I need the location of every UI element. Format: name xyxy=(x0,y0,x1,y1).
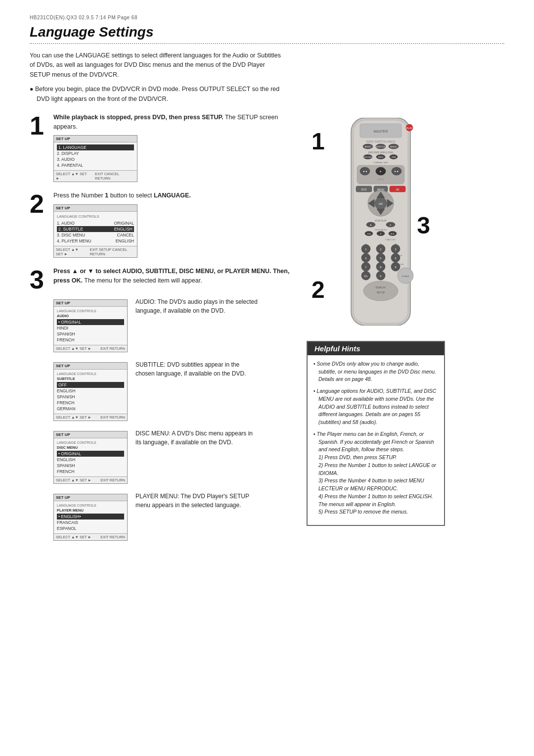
step-3-subtitle-row-5: GERMAN xyxy=(57,406,124,412)
step-3-discmenu-sub-subtitle: DISC MENU xyxy=(57,445,124,450)
svg-text:ON/A: ON/A xyxy=(392,156,396,158)
step-3-subtitle-footer-l: SELECT ▲▼ SET ► xyxy=(56,415,91,420)
step-3-block: 3 Press ▲ or ▼ to select AUDIO, SUBTITLE… xyxy=(30,267,297,544)
step-2-row-2-right: ENGLISH xyxy=(114,227,133,232)
left-column: 1 While playback is stopped, press DVD, … xyxy=(30,113,297,549)
helpful-hints-box: Helpful Hints Some DVDs only allow you t… xyxy=(307,341,445,526)
step-1-row-4: 4. PARENTAL xyxy=(57,162,134,168)
step-2-instruction-text: Press the Number 1 button to select LANG… xyxy=(53,192,191,199)
svg-text:DVD: DVD xyxy=(361,188,367,191)
svg-text:REW    PAUSE: REW PAUSE xyxy=(375,229,387,231)
step-3-instruction-normal: The menu for the selected item will appe… xyxy=(84,277,202,284)
step-3-discmenu-desc: DISC MENU: A DVD's Disc menu appears in … xyxy=(135,429,259,447)
svg-text:►: ► xyxy=(390,224,392,226)
step-3-audio-subtitle: LANGUAGE CONTROLS xyxy=(57,309,124,313)
hint-2-text: Language options for AUDIO, SUBTITLE, an… xyxy=(317,388,437,425)
step-3-audio-footer-r: EXIT RETURN xyxy=(100,346,125,351)
step-3-subtitle-screen: SET UP LANGUAGE CONTROLS SUBTITLE OFF EN… xyxy=(53,362,128,421)
remote-step-label-1: 1 xyxy=(312,128,325,155)
step-3-audio-desc: AUDIO: The DVD's audio plays in the sele… xyxy=(135,297,259,315)
step-2-row-3: 3. DISC MENU CANCEL xyxy=(57,232,134,238)
hint-3: The Player menu can be in English, Frenc… xyxy=(313,430,438,516)
remote-step-label-2: 2 xyxy=(312,276,325,303)
step-2-footer-right: EXIT SETUP CANCEL RETURN xyxy=(89,247,135,256)
step-3-discmenu-screen-body: LANGUAGE CONTROLS DISC MENU • ORIGINAL E… xyxy=(54,438,127,476)
step-3-playermenu-row-3: ESPANOL xyxy=(57,525,124,531)
step-1-instruction-bold: While playback is stopped, press DVD, th… xyxy=(53,114,223,121)
svg-text:►►: ►► xyxy=(391,233,395,235)
step-3-discmenu-row-3: SPANISH xyxy=(57,463,124,469)
step-3-discmenu-row-1: • ORIGINAL xyxy=(57,451,124,457)
hint-2: Language options for AUDIO, SUBTITLE, an… xyxy=(313,387,438,426)
step-1-footer-exit: EXIT CANCEL RETURN xyxy=(95,172,135,181)
page-container: HB231CD(EN).QX3 02.9.5 7:14 PM Page 68 L… xyxy=(0,0,534,756)
step-1-row-3: 3. AUDIO xyxy=(57,156,134,162)
svg-text:OK: OK xyxy=(379,202,383,205)
step-3-audio-row-1: • ORIGINAL xyxy=(57,319,124,325)
step-3-discmenu-footer: SELECT ▲▼ SET ► EXIT RETURN xyxy=(54,476,127,483)
step-3-discmenu-subtitle: LANGUAGE CONTROLS xyxy=(57,440,124,445)
step-2-instruction: Press the Number 1 button to select LANG… xyxy=(53,191,297,200)
step-3-content: Press ▲ or ▼ to select AUDIO, SUBTITLE, … xyxy=(53,267,297,289)
step-3-playermenu-row-2: FRANCAIS xyxy=(57,520,124,525)
step-3-subtitle-screen-title: SET UP xyxy=(54,363,127,370)
svg-text:WHILE: WHILE xyxy=(378,156,384,158)
svg-text:DISPLAY: DISPLAY xyxy=(376,286,386,289)
svg-text:10+: 10+ xyxy=(364,275,368,278)
step-3-playermenu-screen-title: SET UP xyxy=(54,494,127,501)
step-2-row-3-left: 3. DISC MENU xyxy=(57,233,85,237)
step-3-discmenu-screen-title: SET UP xyxy=(54,431,127,438)
step-1-screen-footer: SELECT ▲▼ SET ► EXIT CANCEL RETURN xyxy=(54,170,137,182)
step-2-row-2: 2. SUBTITLE ENGLISH xyxy=(57,226,134,232)
step-3-subtitle-subtitle: LANGUAGE CONTROLS xyxy=(57,372,124,376)
hint-3-text: The Player menu can be in English, Frenc… xyxy=(317,431,437,515)
svg-text:MASTER: MASTER xyxy=(373,130,388,133)
step-3-screens-row: SET UP LANGUAGE CONTROLS AUDIO • ORIGINA… xyxy=(53,297,297,544)
step-3-subtitle-screen-body: LANGUAGE CONTROLS SUBTITLE OFF ENGLISH S… xyxy=(54,370,127,414)
step-3-audio-screen-body: LANGUAGE CONTROLS AUDIO • ORIGINAL HINDI… xyxy=(54,307,127,345)
step-2-block: 2 Press the Number 1 button to select LA… xyxy=(30,191,297,258)
step-3-discmenu-row-4: FRENCH xyxy=(57,469,124,474)
step-3-audio-footer: SELECT ▲▼ SET ► EXIT RETURN xyxy=(54,345,127,352)
step-2-content: Press the Number 1 button to select LANG… xyxy=(53,191,297,258)
step-1-row-2: 2. DISPLAY xyxy=(57,150,134,156)
step-3-audio: SET UP LANGUAGE CONTROLS AUDIO • ORIGINA… xyxy=(53,297,297,352)
svg-text:PAUSE: PAUSE xyxy=(377,178,384,181)
step-1-content: While playback is stopped, press DVD, th… xyxy=(53,113,297,183)
step-2-screen: SET UP LANGUAGE CONTROLS 1. AUDIO ORIGIN… xyxy=(53,204,137,258)
step-3-audio-row-2: HINDI xyxy=(57,325,124,331)
page-title: Language Settings xyxy=(30,24,504,40)
step-1-row-1: 1. LANGUAGE xyxy=(57,144,134,150)
step-2-row-4-left: 4. PLAYER MENU xyxy=(57,238,91,243)
step-3-playermenu-row-1: • ENGLISH• xyxy=(57,514,124,520)
remote-container: 1 3 2 MASTER PLAY AUDIO SUBTITLE ANGLE xyxy=(307,118,435,327)
step-3-playermenu-screen: SET UP LANGUAGE CONTROLS PLAYER MENU • E… xyxy=(53,494,128,541)
svg-text:SETUP: SETUP xyxy=(377,291,385,294)
hint-1-text: Some DVDs only allow you to change audio… xyxy=(317,361,437,382)
step-1-block: 1 While playback is stopped, press DVD, … xyxy=(30,113,297,183)
step-3-discmenu-row-2: ENGLISH xyxy=(57,457,124,463)
remote-step-label-3: 3 xyxy=(417,212,430,239)
step-1-number: 1 xyxy=(30,113,47,139)
svg-text:◄◄: ◄◄ xyxy=(367,233,371,235)
svg-text:II: II xyxy=(380,233,381,235)
step-2-row-3-right: CANCEL xyxy=(117,233,134,237)
step-2-number: 2 xyxy=(30,191,47,217)
svg-text:STOP      PLAY: STOP PLAY xyxy=(375,220,387,222)
step-3-audio-footer-l: SELECT ▲▼ SET ► xyxy=(56,346,91,351)
intro-bullet-text: Before you begin, place the DVD/VCR in D… xyxy=(30,85,287,104)
svg-text:AUDIO  SUBTITLE  ANGLE: AUDIO SUBTITLE ANGLE xyxy=(366,140,396,143)
helpful-hints-body: Some DVDs only allow you to change audio… xyxy=(308,355,444,525)
step-3-playermenu-sub-subtitle: PLAYER MENU xyxy=(57,508,124,513)
step-3-subtitle-row-1: OFF xyxy=(57,382,124,388)
svg-text:TIMER SET: TIMER SET xyxy=(385,238,396,241)
step-2-screen-title: SET UP xyxy=(54,205,137,212)
step-3-audio-sub-subtitle: AUDIO xyxy=(57,313,124,319)
step-2-row-1-left: 1. AUDIO xyxy=(57,221,75,226)
step-2-row-1: 1. AUDIO ORIGINAL xyxy=(57,220,134,226)
step-3-playermenu-footer-r: EXIT RETURN xyxy=(100,535,125,539)
step-3-playermenu-footer-l: SELECT ▲▼ SET ► xyxy=(56,535,91,539)
title-rule xyxy=(30,43,504,44)
step-3-playermenu-subtitle: LANGUAGE CONTROLS xyxy=(57,503,124,508)
svg-text:PLAY: PLAY xyxy=(406,127,413,130)
